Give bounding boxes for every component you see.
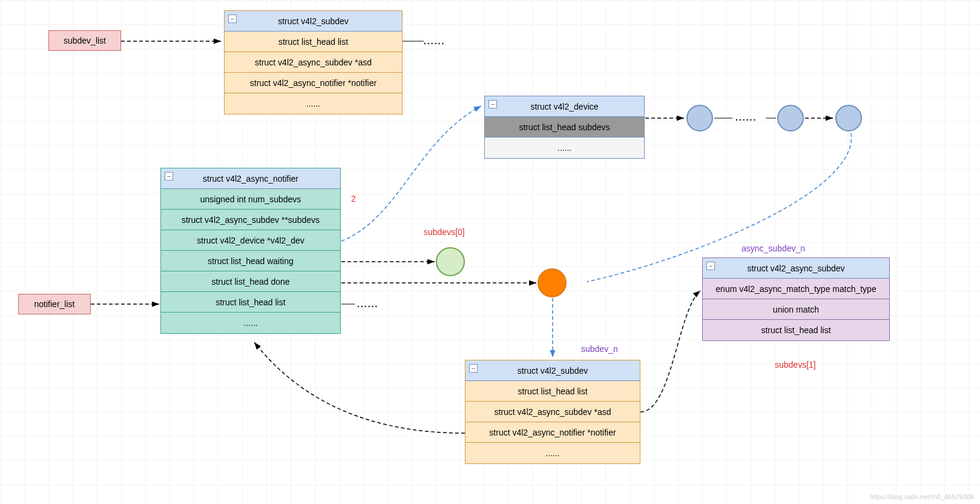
struct-device: − struct v4l2_device struct list_head su… bbox=[484, 96, 645, 159]
struct-async-subdev: − struct v4l2_async_subdev enum v4l2_asy… bbox=[702, 257, 890, 341]
struct-head: − struct v4l2_subdev bbox=[225, 11, 402, 31]
struct-head: − struct v4l2_subdev bbox=[465, 360, 640, 381]
box-subdev-list-label: subdev_list bbox=[64, 36, 106, 45]
struct-row: enum v4l2_async_match_type match_type bbox=[703, 279, 889, 299]
struct-title: struct v4l2_device bbox=[485, 102, 644, 111]
struct-row: union match bbox=[703, 299, 889, 320]
collapse-icon[interactable]: − bbox=[706, 262, 715, 270]
struct-row: struct list_head done bbox=[161, 271, 340, 292]
struct-row: struct v4l2_async_subdev **subdevs bbox=[161, 210, 340, 230]
struct-row: unsigned int num_subdevs bbox=[161, 189, 340, 210]
struct-head: − struct v4l2_device bbox=[485, 96, 644, 117]
struct-row: struct v4l2_async_notifier *notifier bbox=[465, 422, 640, 443]
label-subdevs0: subdevs[0] bbox=[424, 227, 465, 237]
struct-row: struct v4l2_device *v4l2_dev bbox=[161, 230, 340, 251]
dots: ...... bbox=[735, 113, 757, 122]
label-num: 2 bbox=[351, 194, 356, 204]
struct-title: struct v4l2_subdev bbox=[225, 16, 402, 26]
struct-row: ...... bbox=[485, 138, 644, 158]
collapse-icon[interactable]: − bbox=[228, 15, 237, 23]
struct-row: struct list_head subdevs bbox=[485, 117, 644, 138]
collapse-icon[interactable]: − bbox=[469, 364, 478, 373]
collapse-icon[interactable]: − bbox=[165, 172, 173, 181]
struct-row: struct list_head waiting bbox=[161, 251, 340, 271]
struct-row: ...... bbox=[161, 313, 340, 333]
struct-row: struct v4l2_async_notifier *notifier bbox=[225, 73, 402, 93]
waiting-node bbox=[436, 247, 465, 276]
node-circle bbox=[835, 105, 862, 131]
done-node bbox=[538, 268, 567, 297]
label-subdevs1: subdevs[1] bbox=[775, 360, 816, 370]
dots: ...... bbox=[357, 299, 378, 309]
struct-subdev-1: − struct v4l2_subdev struct list_head li… bbox=[224, 10, 403, 114]
struct-row: struct v4l2_async_subdev *asd bbox=[465, 402, 640, 422]
collapse-icon[interactable]: − bbox=[488, 100, 497, 108]
struct-title: struct v4l2_subdev bbox=[465, 366, 640, 376]
node-circle bbox=[686, 105, 713, 131]
struct-row: struct list_head list bbox=[161, 292, 340, 313]
node-circle bbox=[777, 105, 804, 131]
struct-row: struct list_head list bbox=[225, 31, 402, 52]
dots: ...... bbox=[424, 36, 445, 46]
label-async-subdev-n: async_subdev_n bbox=[742, 244, 805, 253]
struct-row: ...... bbox=[225, 93, 402, 114]
struct-title: struct v4l2_async_subdev bbox=[703, 264, 889, 273]
struct-notifier: − struct v4l2_async_notifier unsigned in… bbox=[160, 168, 341, 334]
box-notifier-list-label: notifier_list bbox=[35, 299, 75, 309]
struct-subdev-2: − struct v4l2_subdev struct list_head li… bbox=[465, 360, 640, 464]
box-subdev-list: subdev_list bbox=[48, 30, 121, 51]
struct-row: struct v4l2_async_subdev *asd bbox=[225, 52, 402, 73]
box-notifier-list: notifier_list bbox=[18, 294, 91, 314]
struct-row: struct list_head list bbox=[703, 320, 889, 340]
struct-head: − struct v4l2_async_notifier bbox=[161, 168, 340, 189]
label-subdev-n: subdev_n bbox=[581, 344, 618, 354]
struct-row: ...... bbox=[465, 443, 640, 463]
struct-head: − struct v4l2_async_subdev bbox=[703, 258, 889, 279]
watermark: https://blog.csdn.net/m0_46525308 bbox=[870, 493, 974, 500]
struct-row: struct list_head list bbox=[465, 381, 640, 402]
struct-title: struct v4l2_async_notifier bbox=[161, 174, 340, 184]
